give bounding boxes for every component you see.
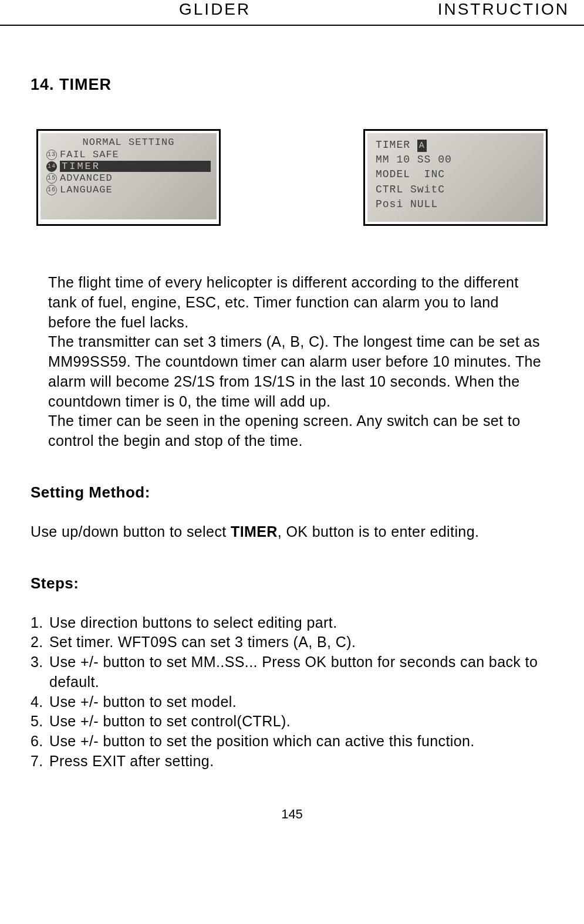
body-paragraph: The flight time of every helicopter is d… bbox=[48, 273, 542, 332]
lcd-item-number: 13 bbox=[46, 150, 57, 160]
lcd-menu-item: 16 LANGUAGE bbox=[46, 184, 211, 195]
setting-method-heading: Setting Method: bbox=[31, 483, 553, 502]
method-text-post: , OK button is to enter editing. bbox=[278, 523, 480, 540]
lcd-timer-model: MODEL INC bbox=[376, 167, 535, 182]
step-item: 1. Use direction buttons to select editi… bbox=[31, 613, 553, 633]
step-item: 3. Use +/- button to set MM..SS... Press… bbox=[31, 652, 553, 692]
lcd-item-number: 14 bbox=[46, 161, 57, 172]
step-text: Use direction buttons to select editing … bbox=[49, 613, 553, 633]
lcd-timer-posi: Posi NULL bbox=[376, 197, 535, 212]
method-text-pre: Use up/down button to select bbox=[31, 523, 231, 540]
page-header: GLIDER INSTRUCTION bbox=[0, 0, 584, 26]
step-item: 7. Press EXIT after setting. bbox=[31, 752, 553, 771]
lcd-timer-ctrl: CTRL SwitC bbox=[376, 182, 535, 197]
lcd-timer-line: TIMER A bbox=[376, 138, 535, 153]
step-item: 5. Use +/- button to set control(CTRL). bbox=[31, 712, 553, 732]
section-title: 14. TIMER bbox=[31, 76, 553, 94]
steps-list: 1. Use direction buttons to select editi… bbox=[31, 613, 553, 771]
step-text: Use +/- button to set model. bbox=[49, 692, 553, 712]
lcd-menu-item: 13 FAIL SAFE bbox=[46, 149, 211, 160]
lcd-timer-mmss: MM 10 SS 00 bbox=[376, 153, 535, 167]
lcd-item-number: 15 bbox=[46, 173, 57, 184]
step-item: 4. Use +/- button to set model. bbox=[31, 692, 553, 712]
method-text-bold: TIMER bbox=[231, 523, 278, 540]
lcd-menu-title: NORMAL SETTING bbox=[46, 137, 211, 148]
step-number: 3. bbox=[31, 652, 49, 692]
step-text: Use +/- button to set MM..SS... Press OK… bbox=[49, 652, 553, 692]
lcd-item-label: TIMER bbox=[60, 161, 211, 172]
step-text: Use +/- button to set control(CTRL). bbox=[49, 712, 553, 732]
lcd-timer-prefix: TIMER bbox=[376, 139, 417, 151]
lcd-timer-badge: A bbox=[417, 140, 427, 152]
page-number: 145 bbox=[31, 807, 553, 822]
header-left: GLIDER bbox=[15, 0, 251, 19]
body-paragraph: The transmitter can set 3 timers (A, B, … bbox=[48, 332, 542, 411]
lcd-screenshot-menu: NORMAL SETTING 13 FAIL SAFE 14 TIMER 15 … bbox=[36, 129, 221, 226]
step-text: Set timer. WFT09S can set 3 timers (A, B… bbox=[49, 632, 553, 652]
lcd-menu-item-selected: 14 TIMER bbox=[46, 161, 211, 172]
step-text: Use +/- button to set the position which… bbox=[49, 732, 553, 752]
lcd-menu-item: 15 ADVANCED bbox=[46, 172, 211, 184]
header-right: INSTRUCTION bbox=[438, 0, 569, 19]
setting-method-text: Use up/down button to select TIMER, OK b… bbox=[31, 522, 553, 542]
step-number: 6. bbox=[31, 732, 49, 752]
lcd-item-label: LANGUAGE bbox=[60, 184, 211, 195]
step-number: 4. bbox=[31, 692, 49, 712]
lcd-item-number: 16 bbox=[46, 185, 57, 195]
step-number: 1. bbox=[31, 613, 49, 633]
step-text: Press EXIT after setting. bbox=[49, 752, 553, 771]
step-item: 2. Set timer. WFT09S can set 3 timers (A… bbox=[31, 632, 553, 652]
body-text: The flight time of every helicopter is d… bbox=[31, 273, 553, 451]
step-number: 7. bbox=[31, 752, 49, 771]
step-item: 6. Use +/- button to set the position wh… bbox=[31, 732, 553, 752]
lcd-item-label: ADVANCED bbox=[60, 172, 211, 184]
steps-heading: Steps: bbox=[31, 574, 553, 593]
body-paragraph: The timer can be seen in the opening scr… bbox=[48, 411, 542, 451]
lcd-item-label: FAIL SAFE bbox=[60, 149, 211, 160]
lcd-screenshot-timer: TIMER A MM 10 SS 00 MODEL INC CTRL SwitC… bbox=[363, 129, 548, 226]
lcd-screenshots-row: NORMAL SETTING 13 FAIL SAFE 14 TIMER 15 … bbox=[31, 129, 553, 226]
step-number: 5. bbox=[31, 712, 49, 732]
step-number: 2. bbox=[31, 632, 49, 652]
